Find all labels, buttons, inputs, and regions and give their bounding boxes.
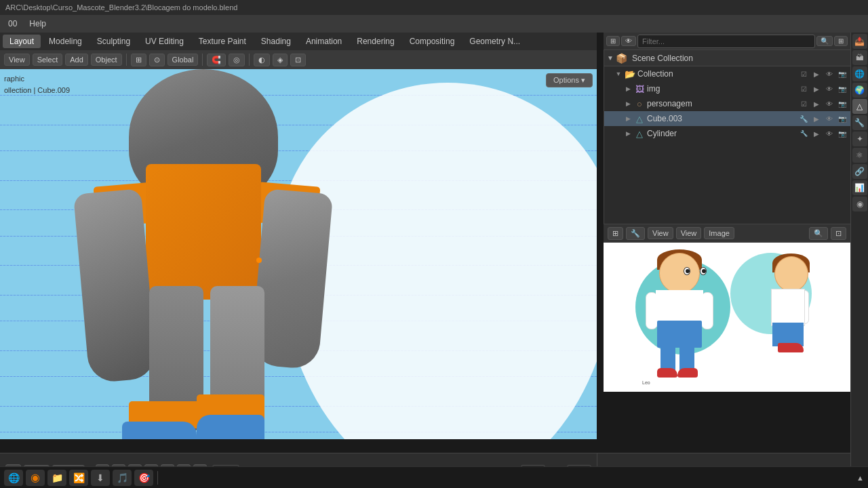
viewport-mode-btn[interactable]: ⊞ bbox=[131, 54, 146, 66]
tab-uv-editing[interactable]: UV Editing bbox=[138, 35, 191, 48]
cube003-row[interactable]: ▶ △ Cube.003 🔧 ▶ 👁 📷 bbox=[604, 111, 850, 126]
tab-layout[interactable]: Layout bbox=[3, 35, 41, 48]
cube003-mesh-icon: △ bbox=[634, 113, 645, 124]
cube003-arrow2-icon[interactable]: ▶ bbox=[811, 113, 822, 124]
image-editor-tools-btn[interactable]: 🔧 bbox=[626, 227, 645, 240]
img-controls: ☑ ▶ 👁 📷 bbox=[798, 83, 848, 94]
collection-arrow-icon2[interactable]: ▶ bbox=[811, 68, 822, 79]
tab-animation[interactable]: Animation bbox=[299, 35, 349, 48]
tab-shading[interactable]: Shading bbox=[254, 35, 298, 48]
img-arrow2-icon[interactable]: ▶ bbox=[811, 83, 822, 94]
cylinder-row[interactable]: ▶ △ Cylinder 🔧 ▶ 👁 📷 bbox=[604, 126, 850, 141]
taskbar-files-btn[interactable]: 📁 bbox=[47, 470, 66, 486]
scene-collection-arrow[interactable]: ▼ bbox=[607, 54, 614, 62]
xray-btn[interactable]: ⊡ bbox=[290, 54, 306, 66]
material-icon[interactable]: ◉ bbox=[852, 197, 867, 211]
output-properties-icon[interactable]: 📤 bbox=[852, 34, 867, 49]
taskbar-app5-btn[interactable]: 🎵 bbox=[113, 470, 132, 486]
snap-btn[interactable]: 🧲 bbox=[207, 54, 226, 66]
image-view2-btn[interactable]: View bbox=[676, 227, 702, 239]
global-transform-btn[interactable]: Global bbox=[167, 54, 199, 66]
img-cam-icon[interactable]: 📷 bbox=[837, 83, 848, 94]
proportional-btn[interactable]: ◎ bbox=[229, 54, 245, 66]
tab-sculpting[interactable]: Sculpting bbox=[90, 35, 137, 48]
collection-row[interactable]: ▼ 📂 Collection ☑ ▶ 👁 📷 bbox=[604, 66, 850, 81]
3d-viewport[interactable]: raphic ollection | Cube.009 Options ▾ bbox=[0, 69, 597, 439]
modifier-properties-icon[interactable]: 🔧 bbox=[852, 115, 867, 130]
cartoon-preview: Leo bbox=[629, 246, 825, 388]
char-eye-right bbox=[700, 267, 707, 275]
img-row[interactable]: ▶ 🖼 img ☑ ▶ 👁 📷 bbox=[604, 81, 850, 96]
collection-camera-icon[interactable]: 📷 bbox=[837, 68, 848, 79]
personagem-check-icon[interactable]: ☑ bbox=[798, 98, 809, 109]
select-menu[interactable]: Select bbox=[33, 54, 63, 66]
add-menu[interactable]: Add bbox=[65, 54, 88, 66]
transform-pivot-btn[interactable]: ⊙ bbox=[149, 54, 165, 66]
physics-icon[interactable]: ⚛ bbox=[852, 148, 867, 163]
cube003-eye-icon[interactable]: 👁 bbox=[824, 113, 835, 124]
personagem-cam-icon[interactable]: 📷 bbox=[837, 98, 848, 109]
outliner-filter-icon[interactable]: 👁 bbox=[621, 36, 636, 46]
cube003-cam-icon[interactable]: 📷 bbox=[837, 113, 848, 124]
data-properties-icon[interactable]: 📊 bbox=[852, 180, 867, 195]
menu-00[interactable]: 00 bbox=[3, 18, 22, 30]
cylinder-cam-icon[interactable]: 📷 bbox=[837, 128, 848, 139]
image-zoom-icon[interactable]: 🔍 bbox=[809, 227, 828, 240]
cube003-arrow-icon: ▶ bbox=[623, 114, 633, 123]
tab-texture-paint[interactable]: Texture Paint bbox=[192, 35, 253, 48]
taskbar-blender-btn[interactable]: ◉ bbox=[26, 470, 45, 486]
tab-geometry-nodes[interactable]: Geometry N... bbox=[462, 35, 527, 48]
title-bar: ARC\Desktop\Curso_Mascote_Blender3.2\Blo… bbox=[0, 0, 868, 15]
char-pupil-left bbox=[686, 269, 690, 273]
object-menu[interactable]: Object bbox=[91, 54, 122, 66]
img-check-icon[interactable]: ☑ bbox=[798, 83, 809, 94]
outliner-view-btn[interactable]: ⊞ bbox=[606, 36, 620, 46]
options-button[interactable]: Options ▾ bbox=[546, 73, 593, 87]
cylinder-modifier-icon[interactable]: 🔧 bbox=[798, 128, 809, 139]
menu-help[interactable]: Help bbox=[24, 18, 52, 30]
outliner-filter-btn[interactable]: 🔍 bbox=[816, 36, 833, 46]
tab-modeling[interactable]: Modeling bbox=[42, 35, 89, 48]
char-3d-shoe-left bbox=[122, 422, 197, 439]
image-preview: Leo bbox=[604, 243, 850, 392]
collection-eye-icon[interactable]: 👁 bbox=[824, 68, 835, 79]
taskbar-browser-btn[interactable]: 🌐 bbox=[4, 470, 23, 486]
taskbar-app4-btn[interactable]: ⬇ bbox=[91, 470, 110, 486]
personagem-eye-icon[interactable]: 👁 bbox=[824, 98, 835, 109]
image-image-btn[interactable]: Image bbox=[704, 227, 734, 239]
img-eye-icon[interactable]: 👁 bbox=[824, 83, 835, 94]
taskbar-tray: ▲ bbox=[856, 474, 864, 482]
taskbar-app3-btn[interactable]: 🔀 bbox=[69, 470, 88, 486]
world-properties-icon[interactable]: 🌍 bbox=[852, 83, 867, 98]
tab-rendering[interactable]: Rendering bbox=[350, 35, 401, 48]
object-properties-icon[interactable]: △ bbox=[852, 99, 867, 114]
tab-compositing[interactable]: Compositing bbox=[403, 35, 462, 48]
cube003-modifier-icon[interactable]: 🔧 bbox=[798, 113, 809, 124]
view-menu[interactable]: View bbox=[4, 54, 30, 66]
image-fit-btn[interactable]: ⊡ bbox=[831, 227, 846, 240]
personagem-arrow2-icon[interactable]: ▶ bbox=[811, 98, 822, 109]
personagem-row[interactable]: ▶ ○ personagem ☑ ▶ 👁 📷 bbox=[604, 96, 850, 111]
cylinder-name: Cylinder bbox=[647, 129, 796, 138]
cylinder-controls: 🔧 ▶ 👁 📷 bbox=[798, 128, 848, 139]
overlays-btn[interactable]: ◈ bbox=[273, 54, 288, 66]
outliner-search-input[interactable] bbox=[637, 35, 815, 48]
scene-properties-icon[interactable]: 🌐 bbox=[852, 66, 867, 81]
cylinder-arrow2-icon[interactable]: ▶ bbox=[811, 128, 822, 139]
taskbar-app6-btn[interactable]: 🎯 bbox=[134, 470, 153, 486]
taskbar-sep bbox=[157, 471, 158, 485]
image-editor-type-btn[interactable]: ⊞ bbox=[608, 227, 623, 240]
img-icon: 🖼 bbox=[634, 83, 645, 94]
constraints-icon[interactable]: 🔗 bbox=[852, 164, 867, 179]
image-view-btn[interactable]: View bbox=[648, 227, 673, 239]
view-layer-icon[interactable]: 🏔 bbox=[852, 50, 867, 65]
particles-icon[interactable]: ✦ bbox=[852, 131, 867, 146]
outliner-add-btn[interactable]: ⊞ bbox=[834, 36, 848, 46]
right-icons-bar: 🎬 📤 🏔 🌐 🌍 △ 🔧 ✦ ⚛ 🔗 📊 ◉ bbox=[850, 15, 868, 488]
taskbar: 🌐 ◉ 📁 🔀 ⬇ 🎵 🎯 ▲ bbox=[0, 466, 868, 488]
cartoon-char-front: Leo bbox=[642, 253, 717, 382]
cylinder-eye-icon[interactable]: 👁 bbox=[824, 128, 835, 139]
personagem-controls: ☑ ▶ 👁 📷 bbox=[798, 98, 848, 109]
collection-check-icon[interactable]: ☑ bbox=[798, 68, 809, 79]
shading-btn[interactable]: ◐ bbox=[254, 54, 270, 66]
